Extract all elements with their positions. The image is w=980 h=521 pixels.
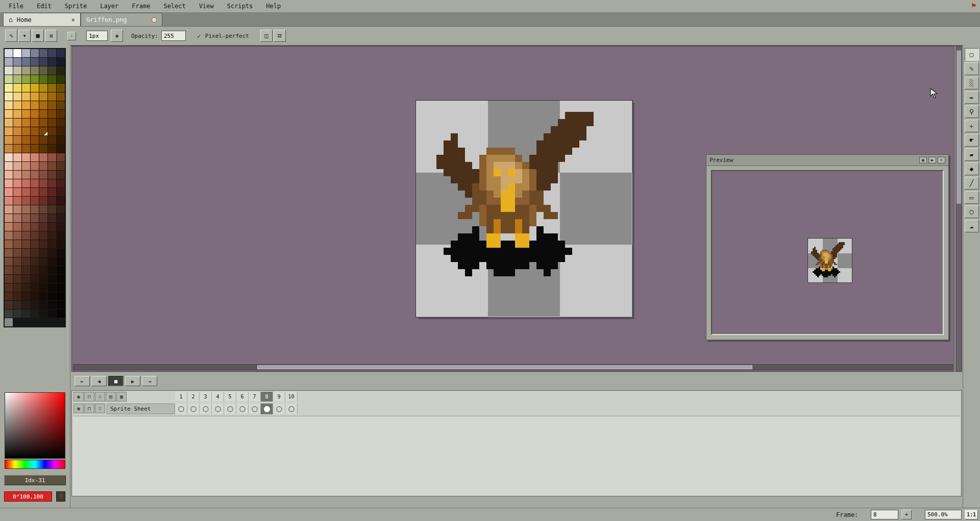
palette-swatch[interactable] [39, 310, 47, 318]
palette-swatch[interactable] [39, 49, 47, 57]
palette-swatch[interactable] [48, 110, 56, 118]
palette-swatch[interactable] [31, 84, 39, 92]
menu-item-layer[interactable]: Layer [93, 1, 125, 12]
timeline-options-icon[interactable]: ▦ [116, 392, 127, 401]
palette-swatch[interactable] [57, 127, 65, 135]
palette-swatch[interactable] [48, 188, 56, 196]
palette-swatch[interactable] [57, 92, 65, 101]
palette-swatch[interactable] [5, 92, 13, 101]
palette-swatch[interactable] [22, 179, 30, 187]
palette-swatch[interactable] [5, 266, 13, 274]
frame-header-10[interactable]: 10 [285, 392, 298, 401]
freehand-option-button[interactable]: ✎ [5, 30, 17, 42]
palette-swatch[interactable] [57, 266, 65, 274]
palette-swatch[interactable] [5, 153, 13, 161]
palette-swatch[interactable] [22, 205, 30, 214]
palette-swatch[interactable] [5, 292, 13, 300]
palette-swatch[interactable] [13, 84, 21, 92]
palette-swatch[interactable] [31, 171, 39, 179]
palette-swatch[interactable] [22, 110, 30, 118]
palette-swatch[interactable] [48, 257, 56, 266]
palette-swatch[interactable] [22, 127, 30, 135]
vertical-symmetry-button[interactable]: ⊟ [274, 30, 286, 42]
palette-swatch[interactable] [5, 257, 13, 266]
zoom-tool[interactable]: ⚲ [965, 105, 979, 118]
add-frame-button[interactable]: + [901, 510, 912, 519]
palette-swatch[interactable] [48, 275, 56, 283]
palette-swatch[interactable] [57, 240, 65, 248]
palette-swatch[interactable] [22, 136, 30, 144]
palette-swatch[interactable] [48, 266, 56, 274]
palette-swatch[interactable] [39, 66, 47, 75]
frame-header-2[interactable]: 2 [187, 392, 200, 401]
frame-header-3[interactable]: 3 [200, 392, 212, 401]
palette-swatch[interactable] [39, 171, 47, 179]
palette-swatch[interactable] [39, 292, 47, 300]
palette-swatch[interactable] [57, 153, 65, 161]
palette-swatch[interactable] [57, 75, 65, 83]
palette-swatch[interactable] [22, 49, 30, 57]
palette-swatch[interactable] [31, 231, 39, 240]
palette-swatch[interactable] [13, 231, 21, 240]
palette-swatch[interactable] [31, 197, 39, 205]
frame-header-6[interactable]: 6 [236, 392, 249, 401]
palette-swatch[interactable] [39, 101, 47, 109]
palette-swatch[interactable] [22, 145, 30, 153]
palette-swatch[interactable] [13, 214, 21, 222]
palette-swatch[interactable] [48, 145, 56, 153]
ellipse-tool[interactable]: ◯ [965, 205, 979, 218]
palette-swatch[interactable] [39, 275, 47, 283]
palette-swatch[interactable] [31, 214, 39, 222]
palette-swatch[interactable] [22, 66, 30, 75]
palette-swatch[interactable] [5, 49, 13, 57]
preview-play-button[interactable]: ▶ [928, 157, 936, 163]
palette-swatch[interactable] [13, 66, 21, 75]
palette-swatch[interactable] [13, 171, 21, 179]
palette-swatch[interactable] [48, 283, 56, 292]
palette-swatch[interactable] [22, 58, 30, 66]
palette-swatch[interactable] [31, 66, 39, 75]
palette-swatch[interactable] [22, 240, 30, 248]
palette-swatch[interactable] [39, 223, 47, 231]
palette-swatch[interactable] [5, 249, 13, 257]
palette-swatch[interactable] [13, 197, 21, 205]
palette-swatch[interactable] [13, 101, 21, 109]
ink-type-button[interactable]: ❖ [111, 30, 123, 42]
palette-swatch[interactable] [39, 249, 47, 257]
palette-swatch[interactable] [13, 188, 21, 196]
palette-swatch[interactable] [5, 119, 13, 127]
palette-swatch[interactable] [22, 223, 30, 231]
palette-swatch[interactable] [57, 283, 65, 292]
palette-swatch[interactable] [31, 110, 39, 118]
palette-swatch[interactable] [5, 145, 13, 153]
prev-frame-button[interactable]: ◀ [91, 376, 107, 386]
play-button[interactable]: ■ [108, 376, 124, 386]
palette-swatch[interactable] [13, 58, 21, 66]
hue-slider[interactable] [5, 460, 65, 469]
layer-name[interactable]: Sprite Sheet [107, 404, 175, 414]
palette-swatch[interactable] [57, 188, 65, 196]
tab-griffon[interactable]: Griffon.png [81, 13, 162, 26]
cel-frame-4[interactable] [212, 404, 224, 414]
palette-swatch[interactable] [57, 145, 65, 153]
menu-item-select[interactable]: Select [157, 1, 192, 12]
menu-item-scripts[interactable]: Scripts [220, 1, 260, 12]
palette-swatch[interactable] [57, 249, 65, 257]
palette-swatch[interactable] [39, 231, 47, 240]
linked-cels-icon[interactable]: ∷ [95, 392, 105, 401]
palette-swatch[interactable] [57, 231, 65, 240]
palette-swatch[interactable] [39, 162, 47, 170]
brush-size-input[interactable] [86, 31, 108, 41]
palette-swatch[interactable] [22, 84, 30, 92]
palette-swatch[interactable] [5, 136, 13, 144]
square-brush-button[interactable]: ■ [32, 30, 44, 42]
palette-swatch[interactable] [48, 49, 56, 57]
menu-item-help[interactable]: Help [259, 1, 287, 12]
palette-swatch[interactable] [31, 310, 39, 318]
cel-frame-7[interactable] [249, 404, 261, 414]
palette-swatch[interactable] [5, 110, 13, 118]
palette-swatch[interactable] [57, 162, 65, 170]
cel-frame-8[interactable] [261, 404, 273, 414]
layer-visibility-icon[interactable]: ◉ [74, 392, 84, 401]
pixel-ratio-button[interactable]: 1:1 [965, 510, 978, 519]
